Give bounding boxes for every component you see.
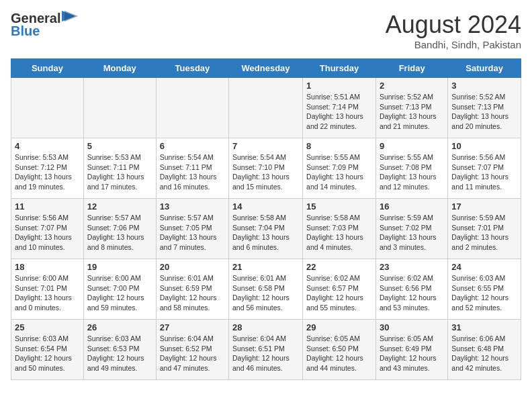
calendar-cell: 18Sunrise: 6:00 AM Sunset: 7:01 PM Dayli… <box>11 259 84 320</box>
calendar-cell: 2Sunrise: 5:52 AM Sunset: 7:13 PM Daylig… <box>375 78 447 138</box>
day-info: Sunrise: 5:53 AM Sunset: 7:12 PM Dayligh… <box>15 152 80 192</box>
day-number: 31 <box>451 322 517 332</box>
day-info: Sunrise: 5:51 AM Sunset: 7:14 PM Dayligh… <box>306 92 372 132</box>
calendar-cell: 9Sunrise: 5:55 AM Sunset: 7:08 PM Daylig… <box>375 138 447 199</box>
day-info: Sunrise: 5:55 AM Sunset: 7:09 PM Dayligh… <box>306 152 372 192</box>
day-number: 23 <box>380 262 444 272</box>
calendar-cell <box>11 78 84 138</box>
day-info: Sunrise: 5:59 AM Sunset: 7:01 PM Dayligh… <box>451 213 517 253</box>
calendar-cell: 1Sunrise: 5:51 AM Sunset: 7:14 PM Daylig… <box>303 78 376 138</box>
calendar-week-row: 11Sunrise: 5:56 AM Sunset: 7:07 PM Dayli… <box>11 199 521 259</box>
calendar-cell: 6Sunrise: 5:54 AM Sunset: 7:11 PM Daylig… <box>156 138 228 199</box>
calendar-cell: 12Sunrise: 5:57 AM Sunset: 7:06 PM Dayli… <box>83 199 156 259</box>
calendar-cell: 7Sunrise: 5:54 AM Sunset: 7:10 PM Daylig… <box>229 138 303 199</box>
day-info: Sunrise: 6:04 AM Sunset: 6:52 PM Dayligh… <box>160 334 225 373</box>
svg-marker-1 <box>64 11 78 21</box>
day-info: Sunrise: 5:57 AM Sunset: 7:05 PM Dayligh… <box>160 213 225 253</box>
calendar-cell: 31Sunrise: 6:06 AM Sunset: 6:48 PM Dayli… <box>448 320 521 380</box>
calendar-week-row: 25Sunrise: 6:03 AM Sunset: 6:54 PM Dayli… <box>11 320 521 380</box>
day-number: 28 <box>232 322 299 332</box>
day-info: Sunrise: 6:02 AM Sunset: 6:57 PM Dayligh… <box>306 273 372 313</box>
day-number: 21 <box>232 262 299 272</box>
month-year-label: August 2024 <box>386 11 521 39</box>
day-number: 13 <box>160 201 225 212</box>
day-info: Sunrise: 5:53 AM Sunset: 7:11 PM Dayligh… <box>87 152 152 192</box>
day-number: 7 <box>232 141 299 151</box>
calendar-cell: 25Sunrise: 6:03 AM Sunset: 6:54 PM Dayli… <box>11 320 84 380</box>
day-number: 4 <box>15 141 80 151</box>
day-info: Sunrise: 6:04 AM Sunset: 6:51 PM Dayligh… <box>232 334 299 373</box>
day-number: 30 <box>380 322 444 332</box>
calendar-cell <box>83 78 156 138</box>
calendar-cell: 22Sunrise: 6:02 AM Sunset: 6:57 PM Dayli… <box>303 259 376 320</box>
calendar-cell: 30Sunrise: 6:05 AM Sunset: 6:49 PM Dayli… <box>375 320 447 380</box>
calendar-cell <box>229 78 303 138</box>
calendar-cell <box>156 78 228 138</box>
weekday-header: Tuesday <box>156 59 228 78</box>
day-number: 6 <box>160 141 225 151</box>
weekday-header: Thursday <box>303 59 376 78</box>
calendar-week-row: 1Sunrise: 5:51 AM Sunset: 7:14 PM Daylig… <box>11 78 521 138</box>
calendar-cell: 10Sunrise: 5:56 AM Sunset: 7:07 PM Dayli… <box>448 138 521 199</box>
day-number: 9 <box>380 141 444 151</box>
day-number: 10 <box>451 141 517 151</box>
day-number: 24 <box>451 262 517 272</box>
weekday-header: Sunday <box>11 59 84 78</box>
day-info: Sunrise: 6:00 AM Sunset: 7:00 PM Dayligh… <box>87 273 152 313</box>
day-number: 25 <box>15 322 80 332</box>
logo-flag-icon <box>62 11 78 24</box>
day-number: 3 <box>451 81 517 91</box>
logo: General Blue <box>11 11 78 39</box>
calendar-cell: 27Sunrise: 6:04 AM Sunset: 6:52 PM Dayli… <box>156 320 228 380</box>
weekday-header: Friday <box>375 59 447 78</box>
calendar-cell: 16Sunrise: 5:59 AM Sunset: 7:02 PM Dayli… <box>375 199 447 259</box>
day-info: Sunrise: 6:02 AM Sunset: 6:56 PM Dayligh… <box>380 273 444 313</box>
day-number: 18 <box>15 262 80 272</box>
calendar-week-row: 18Sunrise: 6:00 AM Sunset: 7:01 PM Dayli… <box>11 259 521 320</box>
day-number: 15 <box>306 201 372 212</box>
day-number: 19 <box>87 262 152 272</box>
calendar-cell: 26Sunrise: 6:03 AM Sunset: 6:53 PM Dayli… <box>83 320 156 380</box>
logo-blue-text: Blue <box>11 24 40 39</box>
day-info: Sunrise: 5:56 AM Sunset: 7:07 PM Dayligh… <box>15 213 80 253</box>
calendar-cell: 20Sunrise: 6:01 AM Sunset: 6:59 PM Dayli… <box>156 259 228 320</box>
location-label: Bandhi, Sindh, Pakistan <box>386 39 521 50</box>
day-number: 20 <box>160 262 225 272</box>
day-info: Sunrise: 6:06 AM Sunset: 6:48 PM Dayligh… <box>451 334 517 373</box>
day-number: 11 <box>15 201 80 212</box>
calendar-cell: 21Sunrise: 6:01 AM Sunset: 6:58 PM Dayli… <box>229 259 303 320</box>
day-info: Sunrise: 6:01 AM Sunset: 6:59 PM Dayligh… <box>160 273 225 313</box>
day-number: 12 <box>87 201 152 212</box>
day-info: Sunrise: 5:58 AM Sunset: 7:04 PM Dayligh… <box>232 213 299 253</box>
day-number: 5 <box>87 141 152 151</box>
calendar-cell: 28Sunrise: 6:04 AM Sunset: 6:51 PM Dayli… <box>229 320 303 380</box>
day-info: Sunrise: 5:52 AM Sunset: 7:13 PM Dayligh… <box>451 92 517 132</box>
day-number: 27 <box>160 322 225 332</box>
calendar-title: August 2024 Bandhi, Sindh, Pakistan <box>386 11 521 50</box>
day-info: Sunrise: 5:57 AM Sunset: 7:06 PM Dayligh… <box>87 213 152 253</box>
calendar-cell: 3Sunrise: 5:52 AM Sunset: 7:13 PM Daylig… <box>448 78 521 138</box>
calendar-cell: 23Sunrise: 6:02 AM Sunset: 6:56 PM Dayli… <box>375 259 447 320</box>
calendar-table: SundayMondayTuesdayWednesdayThursdayFrid… <box>11 58 521 380</box>
calendar-cell: 29Sunrise: 6:05 AM Sunset: 6:50 PM Dayli… <box>303 320 376 380</box>
weekday-header-row: SundayMondayTuesdayWednesdayThursdayFrid… <box>11 59 521 78</box>
day-info: Sunrise: 6:03 AM Sunset: 6:54 PM Dayligh… <box>15 334 80 373</box>
page-header: General Blue August 2024 Bandhi, Sindh, … <box>11 11 521 50</box>
day-info: Sunrise: 6:00 AM Sunset: 7:01 PM Dayligh… <box>15 273 80 313</box>
calendar-cell: 19Sunrise: 6:00 AM Sunset: 7:00 PM Dayli… <box>83 259 156 320</box>
day-info: Sunrise: 5:59 AM Sunset: 7:02 PM Dayligh… <box>380 213 444 253</box>
calendar-cell: 24Sunrise: 6:03 AM Sunset: 6:55 PM Dayli… <box>448 259 521 320</box>
day-number: 26 <box>87 322 152 332</box>
day-info: Sunrise: 5:54 AM Sunset: 7:10 PM Dayligh… <box>232 152 299 192</box>
day-info: Sunrise: 6:03 AM Sunset: 6:55 PM Dayligh… <box>451 273 517 313</box>
day-number: 17 <box>451 201 517 212</box>
day-info: Sunrise: 5:56 AM Sunset: 7:07 PM Dayligh… <box>451 152 517 192</box>
calendar-cell: 15Sunrise: 5:58 AM Sunset: 7:03 PM Dayli… <box>303 199 376 259</box>
calendar-week-row: 4Sunrise: 5:53 AM Sunset: 7:12 PM Daylig… <box>11 138 521 199</box>
day-info: Sunrise: 6:05 AM Sunset: 6:49 PM Dayligh… <box>380 334 444 373</box>
day-info: Sunrise: 6:05 AM Sunset: 6:50 PM Dayligh… <box>306 334 372 373</box>
day-number: 1 <box>306 81 372 91</box>
day-number: 8 <box>306 141 372 151</box>
weekday-header: Wednesday <box>229 59 303 78</box>
calendar-cell: 8Sunrise: 5:55 AM Sunset: 7:09 PM Daylig… <box>303 138 376 199</box>
